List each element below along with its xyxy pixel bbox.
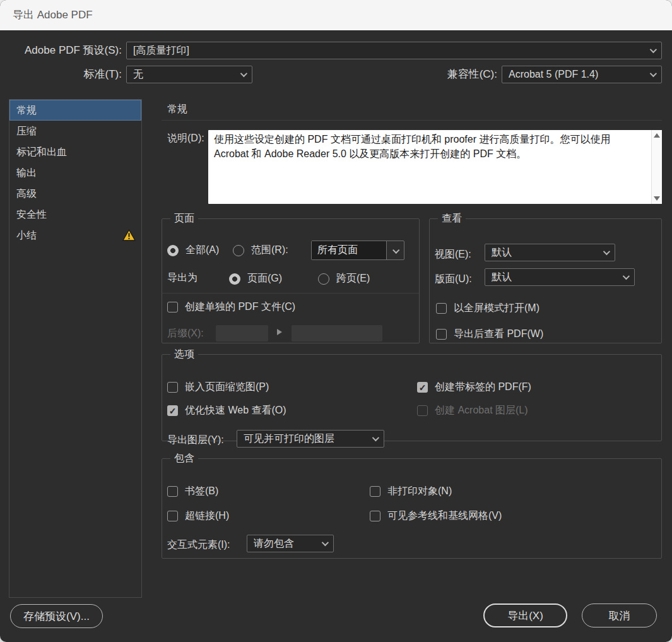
radio-export-pages[interactable]: 页面(G) (229, 272, 282, 285)
sidebar-item-summary[interactable]: 小结 (9, 225, 141, 246)
sidebar-item-advanced[interactable]: 高级 (9, 183, 141, 204)
standard-value: 无 (133, 68, 143, 81)
checkbox-hyperlinks[interactable]: 超链接(H) (167, 509, 229, 523)
pages-group: 页面 全部(A) 范围(R): 所有页面 导出为 页面(G) 跨页(E) 创建单… (162, 212, 420, 343)
suffix-arrow-icon (277, 329, 282, 335)
checkbox-icon (417, 405, 428, 416)
export-button[interactable]: 导出(X) (483, 603, 567, 627)
checkbox-separate-pdf[interactable]: 创建单独的 PDF 文件(C) (167, 300, 295, 314)
sidebar-item-label: 压缩 (16, 121, 37, 141)
radio-icon (229, 273, 240, 285)
combobox-arrow[interactable] (387, 241, 404, 259)
checkbox-tagged-pdf[interactable]: 创建带标签的 PDF(F) (417, 381, 531, 394)
scroll-down-icon[interactable] (654, 196, 660, 201)
checkbox-checked-icon (417, 382, 428, 393)
sidebar-item-marks-bleed[interactable]: 标记和出血 (9, 141, 141, 162)
checkbox-icon (436, 303, 447, 314)
range-pages-combobox[interactable]: 所有页面 (311, 241, 404, 260)
description-textarea[interactable]: 使用这些设定创建的 PDF 文档可通过桌面打印机和 proofer 进行高质量打… (208, 130, 662, 204)
checkbox-fast-web-view[interactable]: 优化快速 Web 查看(O) (167, 404, 286, 417)
view-group: 查看 视图(E): 默认 版面(U): 默认 以全屏模式打开(M) 导出后查看 … (429, 212, 662, 343)
chevron-down-icon (623, 273, 630, 280)
dialog-title: 导出 Adobe PDF (13, 9, 93, 21)
checkbox-embed-thumbnails[interactable]: 嵌入页面缩览图(P) (167, 381, 269, 394)
interactive-elements-dropdown[interactable]: 请勿包含 (247, 535, 334, 552)
export-layers-label-wrap: 导出图层(Y): (167, 431, 224, 449)
sidebar-item-output[interactable]: 输出 (9, 162, 141, 183)
export-adobe-pdf-dialog: 导出 Adobe PDF Adobe PDF 预设(S): [高质量打印] 标准… (0, 0, 672, 642)
checkbox-icon (167, 382, 178, 393)
dialog-titlebar[interactable]: 导出 Adobe PDF (0, 0, 672, 30)
view-dropdown[interactable]: 默认 (485, 244, 615, 261)
pdf-preset-dropdown[interactable]: [高质量打印] (126, 42, 662, 59)
checkbox-icon (370, 486, 380, 497)
suffix-label: 后缀(X): (167, 327, 204, 340)
sidebar-item-label: 高级 (16, 183, 37, 204)
description-scrollbar[interactable] (651, 130, 662, 204)
checkbox-acrobat-layers: 创建 Acrobat 图层(L) (417, 404, 528, 417)
radio-icon (233, 245, 244, 256)
sidebar-item-label: 标记和出血 (16, 141, 67, 162)
range-pages-value[interactable]: 所有页面 (312, 241, 387, 259)
pages-group-legend: 页面 (170, 212, 198, 225)
section-title: 常规 (167, 103, 187, 116)
compatibility-label: 兼容性(C): (379, 66, 497, 83)
export-label: 导出(X) (507, 609, 543, 623)
interactive-label-wrap: 交互式元素(I): (167, 536, 230, 554)
chevron-down-icon (603, 248, 610, 255)
cancel-label: 取消 (609, 609, 630, 623)
cancel-button[interactable]: 取消 (582, 603, 657, 627)
checkbox-open-fullscreen[interactable]: 以全屏模式打开(M) (436, 302, 539, 315)
save-preset-label: 存储预设(V)... (23, 609, 90, 624)
include-group: 包含 书签(B) 非打印对象(N) 超链接(H) 可见参考线和基线网格(V) 交… (162, 452, 662, 559)
layout-dropdown[interactable]: 默认 (485, 268, 635, 286)
sidebar-item-label: 小结 (16, 225, 37, 246)
checkbox-icon (167, 511, 178, 521)
radio-icon (167, 245, 179, 256)
suffix-row: 后缀(X): (167, 325, 204, 342)
export-as-label-wrap: 导出为 (167, 268, 197, 288)
standard-label: 标准(T): (0, 66, 122, 83)
options-group: 选项 嵌入页面缩览图(P) 创建带标签的 PDF(F) 优化快速 Web 查看(… (162, 348, 662, 441)
layout-label-wrap: 版面(U): (435, 270, 472, 288)
compatibility-dropdown[interactable]: Acrobat 5 (PDF 1.4) (502, 66, 662, 83)
sidebar-item-label: 输出 (16, 162, 37, 183)
checkbox-icon (370, 511, 380, 521)
view-value: 默认 (492, 246, 512, 259)
suffix-field-1 (216, 325, 268, 342)
description-label: 说明(D): (167, 132, 204, 145)
chevron-down-icon (650, 46, 657, 53)
include-group-legend: 包含 (170, 452, 198, 465)
save-preset-button[interactable]: 存储预设(V)... (10, 604, 103, 628)
radio-all-pages[interactable]: 全部(A) (167, 244, 219, 257)
suffix-field-2 (292, 325, 382, 342)
radio-page-range[interactable]: 范围(R): (233, 244, 288, 257)
radio-icon (318, 273, 329, 285)
chevron-down-icon (392, 246, 399, 253)
checkbox-icon (167, 302, 178, 312)
sidebar-item-security[interactable]: 安全性 (9, 204, 141, 225)
sidebar-item-label: 常规 (16, 100, 37, 121)
checkbox-bookmarks[interactable]: 书签(B) (167, 485, 218, 498)
checkbox-icon (167, 486, 178, 497)
scroll-up-icon[interactable] (654, 133, 660, 138)
warning-icon (122, 229, 136, 241)
preset-label: Adobe PDF 预设(S): (0, 42, 122, 59)
checkbox-visible-guides-grids[interactable]: 可见参考线和基线网格(V) (370, 509, 502, 523)
radio-export-spreads[interactable]: 跨页(E) (318, 272, 370, 285)
sidebar-item-label: 安全性 (16, 204, 47, 225)
standard-dropdown[interactable]: 无 (126, 66, 252, 83)
checkbox-view-after-export[interactable]: 导出后查看 PDF(W) (436, 328, 543, 341)
chevron-down-icon (650, 70, 657, 77)
checkbox-icon (436, 329, 447, 340)
chevron-down-icon (240, 70, 247, 77)
sidebar-item-compression[interactable]: 压缩 (9, 121, 141, 141)
checkbox-nonprinting-objects[interactable]: 非打印对象(N) (370, 485, 452, 498)
view-group-legend: 查看 (438, 212, 466, 225)
group-inner-divider (162, 293, 419, 294)
section-divider (162, 120, 662, 121)
options-group-legend: 选项 (170, 348, 198, 361)
chevron-down-icon (372, 434, 379, 441)
export-layers-dropdown[interactable]: 可见并可打印的图层 (237, 430, 384, 448)
sidebar-item-general[interactable]: 常规 (9, 100, 141, 121)
